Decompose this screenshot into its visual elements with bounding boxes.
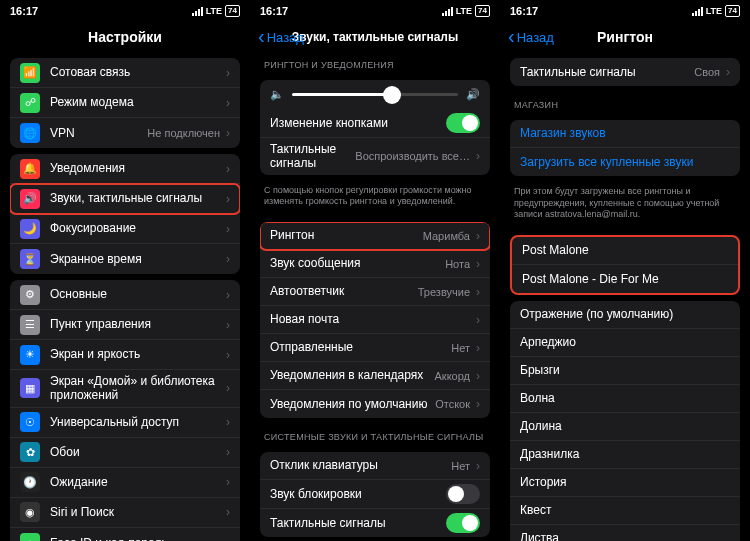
chevron-icon: › bbox=[226, 318, 230, 332]
toggle-change-buttons[interactable] bbox=[446, 113, 480, 133]
signal-icon bbox=[442, 7, 453, 16]
row-notifications[interactable]: 🔔 Уведомления › bbox=[10, 154, 240, 184]
section-header: СИСТЕМНЫЕ ЗВУКИ И ТАКТИЛЬНЫЕ СИГНАЛЫ bbox=[250, 424, 500, 446]
toggle-system-haptics[interactable] bbox=[446, 513, 480, 533]
volume-slider[interactable] bbox=[292, 93, 458, 96]
sounds-list[interactable]: РИНГТОН И УВЕДОМЛЕНИЯ 🔈 🔊 Изменение кноп… bbox=[250, 52, 500, 541]
row-label: Новая почта bbox=[270, 312, 470, 326]
row-siri[interactable]: ◉ Siri и Поиск › bbox=[10, 498, 240, 528]
nav-bar: Назад Рингтон bbox=[500, 22, 750, 52]
row-default-alerts[interactable]: Уведомления по умолчанию Отскок › bbox=[260, 390, 490, 418]
row-ringtone[interactable]: Рингтон Маримба › bbox=[260, 222, 490, 250]
chevron-icon: › bbox=[476, 397, 480, 411]
row-download-purchased[interactable]: Загрузить все купленные звуки bbox=[510, 148, 740, 176]
row-value: Не подключен bbox=[147, 127, 220, 139]
row-calendar[interactable]: Уведомления в календарях Аккорд › bbox=[260, 362, 490, 390]
flower-icon: ✿ bbox=[20, 442, 40, 462]
row-label: Изменение кнопками bbox=[270, 116, 446, 130]
row-tone[interactable]: История bbox=[510, 469, 740, 497]
row-value: Отскок bbox=[435, 398, 470, 410]
row-value: Маримба bbox=[423, 230, 470, 242]
row-tone[interactable]: Волна bbox=[510, 385, 740, 413]
person-icon: ☉ bbox=[20, 412, 40, 432]
row-custom-tone[interactable]: Post Malone - Die For Me bbox=[512, 265, 738, 293]
chevron-icon: › bbox=[226, 505, 230, 519]
sounds-screen: 16:17 LTE 74 Назад Звуки, тактильные сиг… bbox=[250, 0, 500, 541]
row-sentmail[interactable]: Отправленные Нет › bbox=[260, 334, 490, 362]
row-focus[interactable]: 🌙 Фокусирование › bbox=[10, 214, 240, 244]
row-display[interactable]: ☀ Экран и яркость › bbox=[10, 340, 240, 370]
row-screentime[interactable]: ⏳ Экранное время › bbox=[10, 244, 240, 274]
back-button[interactable]: Назад bbox=[508, 30, 554, 45]
chevron-icon: › bbox=[476, 149, 480, 163]
chevron-icon: › bbox=[226, 252, 230, 266]
row-tone[interactable]: Долина bbox=[510, 413, 740, 441]
row-value: Нота bbox=[445, 258, 470, 270]
row-accessibility[interactable]: ☉ Универсальный доступ › bbox=[10, 408, 240, 438]
row-lock-sound[interactable]: Звук блокировки bbox=[260, 480, 490, 509]
row-label: Квест bbox=[520, 503, 730, 517]
status-bar: 16:17 LTE 74 bbox=[500, 0, 750, 22]
row-tone[interactable]: Квест bbox=[510, 497, 740, 525]
row-label: Магазин звуков bbox=[520, 126, 730, 140]
chevron-icon: › bbox=[226, 192, 230, 206]
row-tone[interactable]: Листва bbox=[510, 525, 740, 541]
battery-icon: 74 bbox=[725, 5, 740, 17]
row-label: Брызги bbox=[520, 363, 730, 377]
lte-label: LTE bbox=[456, 6, 472, 16]
row-label: Отправленные bbox=[270, 340, 451, 354]
row-vpn[interactable]: 🌐 VPN Не подключен › bbox=[10, 118, 240, 148]
settings-list[interactable]: 📶 Сотовая связь › ☍ Режим модема › 🌐 VPN… bbox=[0, 52, 250, 541]
chevron-icon: › bbox=[226, 415, 230, 429]
signal-icon bbox=[692, 7, 703, 16]
row-texttone[interactable]: Звук сообщения Нота › bbox=[260, 250, 490, 278]
nav-title: Рингтон bbox=[597, 29, 653, 45]
row-tone[interactable]: Дразнилка bbox=[510, 441, 740, 469]
chevron-icon: › bbox=[226, 162, 230, 176]
row-label: История bbox=[520, 475, 730, 489]
row-keyboard[interactable]: Отклик клавиатуры Нет › bbox=[260, 452, 490, 480]
row-hotspot[interactable]: ☍ Режим модема › bbox=[10, 88, 240, 118]
row-haptic-pattern[interactable]: Тактильные сигналы Своя › bbox=[510, 58, 740, 86]
siri-icon: ◉ bbox=[20, 502, 40, 522]
row-wallpaper[interactable]: ✿ Обои › bbox=[10, 438, 240, 468]
antenna-icon: 📶 bbox=[20, 63, 40, 83]
ringtone-list[interactable]: Тактильные сигналы Своя › МАГАЗИН Магази… bbox=[500, 52, 750, 541]
row-value: Аккорд bbox=[435, 370, 471, 382]
back-button[interactable]: Назад bbox=[258, 30, 304, 45]
row-change-with-buttons[interactable]: Изменение кнопками bbox=[260, 109, 490, 138]
row-cellular[interactable]: 📶 Сотовая связь › bbox=[10, 58, 240, 88]
row-general[interactable]: ⚙ Основные › bbox=[10, 280, 240, 310]
chevron-icon: › bbox=[226, 381, 230, 395]
row-label: Пункт управления bbox=[50, 317, 224, 331]
row-system-haptics[interactable]: Тактильные сигналы bbox=[260, 509, 490, 537]
row-label: Звук блокировки bbox=[270, 487, 446, 501]
hourglass-icon: ⏳ bbox=[20, 249, 40, 269]
row-voicemail[interactable]: Автоответчик Трезвучие › bbox=[260, 278, 490, 306]
row-label: Листва bbox=[520, 531, 730, 541]
row-tone[interactable]: Брызги bbox=[510, 357, 740, 385]
row-custom-tone[interactable]: Post Malone bbox=[512, 237, 738, 265]
chevron-icon: › bbox=[226, 288, 230, 302]
row-value: Нет bbox=[451, 460, 470, 472]
toggle-lock-sound[interactable] bbox=[446, 484, 480, 504]
row-tone[interactable]: Отражение (по умолчанию) bbox=[510, 301, 740, 329]
row-label: Волна bbox=[520, 391, 730, 405]
row-standby[interactable]: 🕐 Ожидание › bbox=[10, 468, 240, 498]
row-label: Экран «Домой» и библиотека приложений bbox=[50, 374, 224, 403]
row-sounds-haptics[interactable]: 🔊 Звуки, тактильные сигналы › bbox=[10, 184, 240, 214]
chevron-icon: › bbox=[226, 348, 230, 362]
row-tone[interactable]: Арпеджио bbox=[510, 329, 740, 357]
row-newmail[interactable]: Новая почта › bbox=[260, 306, 490, 334]
chevron-icon: › bbox=[726, 65, 730, 79]
row-control-center[interactable]: ☰ Пункт управления › bbox=[10, 310, 240, 340]
chevron-icon: › bbox=[476, 341, 480, 355]
volume-low-icon: 🔈 bbox=[270, 88, 284, 101]
row-tone-store[interactable]: Магазин звуков bbox=[510, 120, 740, 148]
row-homescreen[interactable]: ▦ Экран «Домой» и библиотека приложений … bbox=[10, 370, 240, 408]
row-faceid[interactable]: ☻ Face ID и код-пароль › bbox=[10, 528, 240, 541]
row-haptics-mode[interactable]: Тактильные сигналы Воспроизводить все… › bbox=[260, 138, 490, 175]
volume-high-icon: 🔊 bbox=[466, 88, 480, 101]
moon-icon: 🌙 bbox=[20, 219, 40, 239]
row-label: Post Malone bbox=[522, 243, 728, 257]
